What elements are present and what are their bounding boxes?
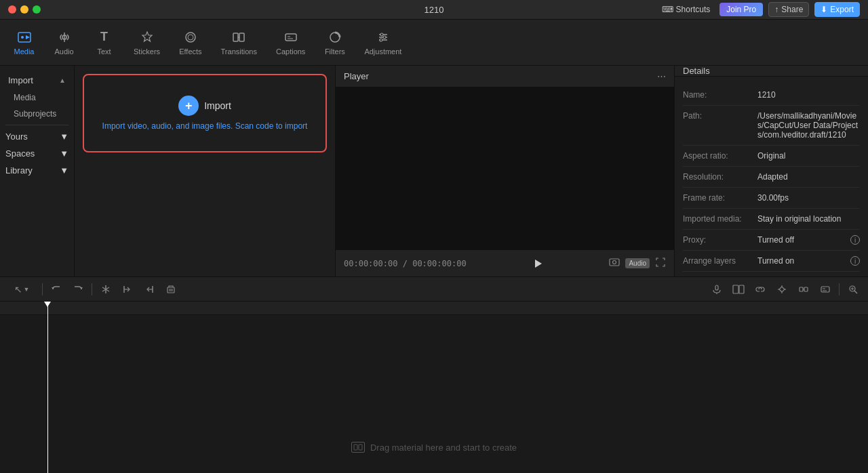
trim-in-button[interactable] bbox=[118, 280, 137, 299]
player-right-controls: Audio bbox=[609, 257, 666, 270]
player-menu-icon[interactable]: ⋯ bbox=[657, 71, 666, 81]
detail-label-resolution: Resolution: bbox=[683, 172, 757, 182]
minimize-button[interactable] bbox=[20, 5, 28, 14]
audio-label: Audio bbox=[54, 47, 73, 56]
detail-row-resolution: Resolution: Adapted bbox=[683, 167, 860, 188]
redo-button[interactable] bbox=[68, 280, 87, 299]
fullscreen-icon[interactable] bbox=[655, 257, 666, 270]
toolbar-item-adjustment[interactable]: Adjustment bbox=[356, 26, 410, 60]
undo-button[interactable] bbox=[47, 280, 66, 299]
cursor-tool-button[interactable]: ↖ ▼ bbox=[5, 280, 38, 299]
player-panel: Player ⋯ 00:00:00:00 / 00:00:00:00 Audio bbox=[336, 66, 675, 276]
window-title: 1210 bbox=[425, 5, 444, 15]
link-button[interactable] bbox=[751, 280, 770, 299]
play-icon bbox=[535, 260, 542, 268]
import-drop-zone[interactable]: + Import Import video, audio, and image … bbox=[83, 74, 327, 152]
detail-label-name: Name: bbox=[683, 90, 757, 100]
main-layout: Import ▲ Media Subprojects Yours ▼ Space… bbox=[0, 66, 868, 276]
svg-rect-17 bbox=[739, 285, 744, 293]
toolbar-item-media[interactable]: Media bbox=[5, 26, 43, 60]
mic-button[interactable] bbox=[707, 280, 726, 299]
chain-button[interactable] bbox=[772, 280, 791, 299]
zoom-timeline-button[interactable] bbox=[844, 280, 863, 299]
svg-rect-19 bbox=[804, 287, 808, 291]
svg-point-10 bbox=[383, 36, 386, 39]
svg-rect-15 bbox=[715, 285, 718, 290]
timeline-tracks: Drag material here and start to create bbox=[0, 302, 868, 473]
timeline-toolbar-left: ↖ ▼ bbox=[5, 280, 180, 299]
export-button[interactable]: ⬇ Export bbox=[814, 2, 860, 17]
detail-row-name: Name: 1210 bbox=[683, 85, 860, 106]
maximize-button[interactable] bbox=[33, 5, 41, 14]
svg-rect-5 bbox=[233, 33, 238, 41]
toolbar-item-filters[interactable]: Filters bbox=[316, 26, 353, 60]
import-section: Import ▲ Media Subprojects bbox=[0, 71, 74, 122]
caption2-button[interactable] bbox=[816, 280, 835, 299]
detail-row-arrange-layers: Arrange layers Turned on i bbox=[683, 251, 860, 272]
player-title: Player bbox=[344, 71, 369, 81]
spaces-chevron-icon: ▼ bbox=[60, 148, 68, 159]
detail-value-framerate: 30.00fps bbox=[757, 193, 860, 203]
proxy-info-icon[interactable]: i bbox=[850, 235, 860, 245]
arrange-info-icon[interactable]: i bbox=[850, 256, 860, 266]
detail-value-proxy: Turned off bbox=[757, 235, 794, 245]
scan-code-link[interactable]: Scan code to import bbox=[235, 121, 308, 131]
close-button[interactable] bbox=[8, 5, 16, 14]
detail-label-arrange: Arrange layers bbox=[683, 256, 757, 266]
svg-rect-18 bbox=[800, 287, 803, 291]
svg-rect-20 bbox=[821, 287, 829, 292]
svg-rect-12 bbox=[610, 259, 619, 266]
text-label: Text bbox=[97, 47, 111, 56]
toolbar-item-captions[interactable]: Captions bbox=[268, 26, 313, 60]
effects-label: Effects bbox=[179, 47, 201, 56]
tl-divider-right bbox=[839, 283, 840, 295]
trim-out-button[interactable] bbox=[140, 280, 159, 299]
yours-chevron-icon: ▼ bbox=[60, 131, 68, 142]
join-pro-button[interactable]: Join Pro bbox=[719, 3, 763, 16]
detail-arrange-left: Arrange layers Turned on bbox=[683, 256, 794, 266]
effects-icon bbox=[183, 30, 198, 45]
audio-badge: Audio bbox=[625, 258, 650, 268]
import-chevron-icon: ▲ bbox=[59, 77, 66, 84]
sidebar-item-library[interactable]: Library ▼ bbox=[0, 162, 74, 179]
shortcuts-button[interactable]: ⌨ Shortcuts bbox=[658, 3, 715, 16]
sidebar-item-media[interactable]: Media bbox=[5, 89, 68, 106]
details-content: Name: 1210 Path: /Users/mallikadhyani/Mo… bbox=[675, 77, 868, 276]
svg-rect-23 bbox=[359, 445, 362, 450]
main-toolbar: Media Audio T Text Stickers bbox=[0, 20, 868, 66]
details-panel: Details Name: 1210 Path: /Users/mallikad… bbox=[675, 66, 868, 276]
sidebar-item-spaces[interactable]: Spaces ▼ bbox=[0, 145, 74, 162]
split-button[interactable] bbox=[96, 280, 115, 299]
share-button[interactable]: ↑ Share bbox=[768, 2, 809, 17]
toolbar-item-effects[interactable]: Effects bbox=[171, 26, 210, 60]
captions-label: Captions bbox=[276, 47, 305, 56]
title-bar-actions: ⌨ Shortcuts Join Pro ↑ Share ⬇ Export bbox=[658, 2, 860, 17]
toolbar-item-audio[interactable]: Audio bbox=[45, 26, 83, 60]
captions-icon bbox=[283, 30, 298, 45]
player-time-current: 00:00:00:00 / 00:00:00:00 bbox=[344, 259, 467, 268]
toolbar-item-text[interactable]: T Text bbox=[85, 26, 123, 60]
toolbar-item-stickers[interactable]: Stickers bbox=[125, 26, 168, 60]
details-header: Details bbox=[675, 66, 868, 77]
detail-label-aspect: Aspect ratio: bbox=[683, 151, 757, 161]
drag-here-text: Drag material here and start to create bbox=[370, 443, 517, 453]
svg-point-13 bbox=[613, 261, 616, 264]
sidebar: Import ▲ Media Subprojects Yours ▼ Space… bbox=[0, 66, 75, 276]
detail-label-proxy: Proxy: bbox=[683, 235, 757, 245]
delete-clip-button[interactable] bbox=[161, 280, 180, 299]
svg-point-9 bbox=[380, 33, 383, 36]
svg-point-4 bbox=[186, 33, 195, 42]
play-button[interactable] bbox=[528, 254, 547, 273]
screenshot-icon[interactable] bbox=[609, 257, 620, 270]
filters-label: Filters bbox=[325, 47, 345, 56]
sidebar-item-yours[interactable]: Yours ▼ bbox=[0, 128, 74, 145]
export-icon: ⬇ bbox=[821, 5, 827, 14]
clips-button[interactable] bbox=[729, 280, 748, 299]
media-label: Media bbox=[14, 47, 35, 56]
sidebar-item-subprojects[interactable]: Subprojects bbox=[5, 106, 68, 122]
timeline-toolbar: ↖ ▼ bbox=[0, 277, 868, 302]
transitions-icon bbox=[231, 30, 246, 45]
toolbar-item-transitions[interactable]: Transitions bbox=[213, 26, 265, 60]
import-header[interactable]: Import ▲ bbox=[5, 71, 68, 89]
split2-button[interactable] bbox=[794, 280, 813, 299]
